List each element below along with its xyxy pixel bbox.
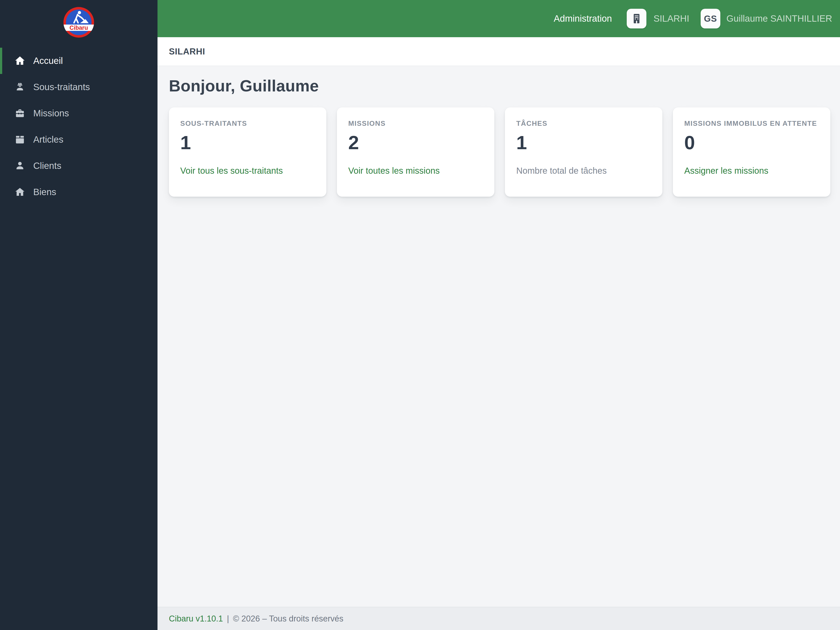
building-icon [631,13,643,25]
admin-menu-link[interactable]: Administration [554,13,612,24]
footer-separator: | [227,614,229,624]
version-link[interactable]: Cibaru v1.10.1 [169,614,223,624]
card-value: 0 [684,131,819,153]
assign-missions-link[interactable]: Assigner les missions [684,166,769,176]
sidebar-item-missions[interactable]: Missions [0,100,158,126]
package-icon [14,134,26,145]
card-value: 1 [180,131,315,153]
card-value: 1 [516,131,651,153]
sidebar-item-articles[interactable]: Articles [0,126,158,153]
sidebar-item-label: Biens [33,187,56,197]
sidebar: Cibaru Accueil Sous-trai [0,0,158,630]
sidebar-item-label: Missions [33,108,69,118]
worker-icon [14,81,26,93]
card-label: MISSIONS IMMOBILUS EN ATTENTE [684,119,819,128]
stat-cards: SOUS-TRAITANTS 1 Voir tous les sous-trai… [169,107,831,197]
user-avatar[interactable]: GS [701,9,720,28]
app-window: Cibaru Accueil Sous-trai [0,0,840,630]
view-missions-link[interactable]: Voir toutes les missions [348,166,440,176]
top-header: Administration SILARHI GS Guillaume SAIN… [158,0,840,37]
toolbox-icon [14,107,26,119]
card-note: Nombre total de tâches [516,166,607,176]
breadcrumb-current: SILARHI [169,47,205,57]
house-icon [14,186,26,198]
page-content: Bonjour, Guillaume SOUS-TRAITANTS 1 Voir… [158,66,840,607]
sidebar-nav: Accueil Sous-traitants [0,48,158,205]
card-label: MISSIONS [348,119,483,128]
logo-wordmark: Cibaru [69,25,88,31]
card-label: TÂCHES [516,119,651,128]
app-logo[interactable]: Cibaru [0,0,158,41]
card-value: 2 [348,131,483,153]
card-taches: TÂCHES 1 Nombre total de tâches [505,107,662,197]
sidebar-item-biens[interactable]: Biens [0,179,158,205]
sidebar-item-label: Accueil [33,55,63,66]
organization-name[interactable]: SILARHI [654,13,689,24]
card-missions: MISSIONS 2 Voir toutes les missions [337,107,494,197]
sidebar-item-label: Sous-traitants [33,82,90,92]
card-label: SOUS-TRAITANTS [180,119,315,128]
copyright-text: © 2026 – Tous droits réservés [233,614,343,624]
page-title: Bonjour, Guillaume [169,77,831,95]
sidebar-item-clients[interactable]: Clients [0,153,158,179]
sidebar-item-accueil[interactable]: Accueil [0,48,158,74]
sidebar-item-label: Articles [33,134,63,145]
sidebar-item-label: Clients [33,161,61,171]
breadcrumb: SILARHI [158,37,840,66]
organization-badge[interactable] [627,9,646,28]
user-name[interactable]: Guillaume SAINTHILLIER [726,13,832,24]
cibaru-logo-icon: Cibaru [63,6,95,38]
main-column: Administration SILARHI GS Guillaume SAIN… [158,0,840,630]
sidebar-item-sous-traitants[interactable]: Sous-traitants [0,74,158,100]
card-sous-traitants: SOUS-TRAITANTS 1 Voir tous les sous-trai… [169,107,326,197]
page-footer: Cibaru v1.10.1 | © 2026 – Tous droits ré… [158,607,840,630]
home-icon [14,55,26,67]
person-icon [14,160,26,172]
view-sous-traitants-link[interactable]: Voir tous les sous-traitants [180,166,283,176]
card-missions-immobilus: MISSIONS IMMOBILUS EN ATTENTE 0 Assigner… [673,107,831,197]
